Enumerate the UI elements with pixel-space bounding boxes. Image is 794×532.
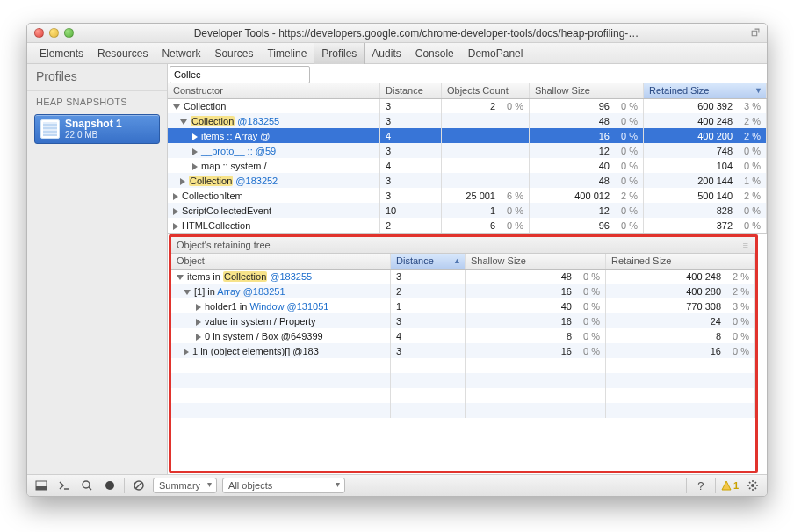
objects-cell	[442, 113, 530, 128]
retained-cell: 8280 %	[644, 203, 767, 218]
settings-gear-icon[interactable]	[744, 478, 762, 493]
distance-cell: 3	[391, 269, 466, 284]
shallow-cell: 80 %	[466, 328, 606, 343]
tab-network[interactable]: Network	[155, 43, 207, 64]
console-icon[interactable]	[55, 478, 73, 493]
table-row[interactable]: 0 in system / Box @649399480 %80 %	[171, 328, 755, 343]
popout-icon[interactable]	[750, 28, 760, 38]
class-filter-input[interactable]	[170, 66, 310, 83]
tab-timeline[interactable]: Timeline	[260, 43, 314, 64]
table-row[interactable]: value in system / Property3160 %240 %	[171, 313, 755, 328]
table-row[interactable]: HTMLCollection260 %960 %3720 %	[168, 218, 767, 233]
tab-resources[interactable]: Resources	[90, 43, 155, 64]
table-row[interactable]: __proto__ :: @593120 %7480 %	[168, 143, 767, 158]
object-cell: items in Collection @183255	[171, 269, 391, 284]
table-row	[171, 388, 755, 403]
shallow-cell: 160 %	[466, 313, 606, 328]
table-row	[171, 403, 755, 418]
distance-cell: 4	[391, 328, 466, 343]
snapshot-item[interactable]: Snapshot 1 22.0 MB	[34, 114, 160, 144]
objects-cell	[442, 173, 530, 188]
tab-demopanel[interactable]: DemoPanel	[461, 43, 531, 64]
table-row[interactable]: holder1 in Window @1310511400 %770 3083 …	[171, 298, 755, 313]
distance-cell: 10	[380, 203, 442, 218]
shallow-cell: 400 %	[530, 158, 644, 173]
main-pane: Constructor Distance Objects Count Shall…	[168, 64, 767, 474]
help-button[interactable]: ?	[692, 478, 710, 493]
tab-profiles[interactable]: Profiles	[314, 43, 365, 64]
view-select[interactable]: Summary	[153, 478, 217, 493]
objects-cell: 20 %	[442, 98, 530, 113]
retained-cell: 3720 %	[644, 218, 767, 233]
close-icon[interactable]	[34, 28, 44, 38]
col-objects[interactable]: Objects Count	[442, 83, 530, 98]
distance-cell: 3	[380, 143, 442, 158]
table-row[interactable]: Collection320 %960 %600 3923 %	[168, 98, 767, 113]
minimize-icon[interactable]	[49, 28, 59, 38]
table-row[interactable]: Collection @1832523480 %200 1441 %	[168, 173, 767, 188]
table-row[interactable]: CollectionItem325 0016 %400 0122 %500 14…	[168, 188, 767, 203]
shallow-cell: 960 %	[530, 98, 644, 113]
scope-select[interactable]: All objects	[222, 478, 345, 493]
table-row	[171, 358, 755, 373]
shallow-cell: 160 %	[466, 284, 606, 298]
svg-point-2	[83, 481, 90, 488]
record-icon[interactable]	[101, 478, 119, 493]
snapshot-icon	[40, 119, 60, 139]
snapshot-size: 22.0 MB	[65, 130, 122, 140]
constructor-cell: Collection	[168, 98, 380, 113]
col-retained[interactable]: Retained Size	[644, 83, 767, 98]
object-cell: 0 in system / Box @649399	[171, 328, 391, 343]
table-row[interactable]: [1] in Array @1832512160 %400 2802 %	[171, 284, 755, 298]
table-row[interactable]: items :: Array @4160 %400 2002 %	[168, 128, 767, 143]
snapshot-name: Snapshot 1	[65, 119, 122, 130]
objects-cell: 10 %	[442, 203, 530, 218]
tab-audits[interactable]: Audits	[365, 43, 408, 64]
distance-cell: 3	[380, 113, 442, 128]
retained-cell: 400 2002 %	[644, 128, 767, 143]
retaining-tree-pane: Object's retaining tree ≡ Object Distanc…	[169, 234, 758, 473]
warning-count[interactable]: 1	[721, 480, 739, 491]
distance-cell: 4	[380, 128, 442, 143]
retained-cell: 770 3083 %	[606, 298, 755, 313]
devtools-window: Developer Tools - https://developers.goo…	[26, 23, 768, 497]
clear-icon[interactable]	[130, 478, 148, 493]
search-icon[interactable]	[78, 478, 96, 493]
tab-elements[interactable]: Elements	[32, 43, 90, 64]
constructor-cell: CollectionItem	[168, 188, 380, 203]
rcol-object[interactable]: Object	[171, 254, 391, 269]
shallow-cell: 400 0122 %	[530, 188, 644, 203]
col-distance[interactable]: Distance	[380, 83, 442, 98]
table-row[interactable]: ScriptCollectedEvent1010 %120 %8280 %	[168, 203, 767, 218]
shallow-cell: 480 %	[466, 269, 606, 284]
rcol-shallow[interactable]: Shallow Size	[466, 254, 606, 269]
constructors-table: Constructor Distance Objects Count Shall…	[168, 83, 767, 234]
table-row	[171, 373, 755, 388]
table-row[interactable]: 1 in (object elements)[] @1833160 %160 %	[171, 343, 755, 358]
col-shallow[interactable]: Shallow Size	[530, 83, 644, 98]
divider	[715, 478, 716, 493]
objects-cell: 25 0016 %	[442, 188, 530, 203]
retained-cell: 600 3923 %	[644, 98, 767, 113]
table-row[interactable]: map :: system /4400 %1040 %	[168, 158, 767, 173]
zoom-icon[interactable]	[64, 28, 74, 38]
content-area: Profiles HEAP SNAPSHOTS Snapshot 1 22.0 …	[27, 64, 767, 474]
objects-cell	[442, 158, 530, 173]
statusbar: Summary All objects ? 1	[27, 474, 767, 496]
tab-sources[interactable]: Sources	[207, 43, 260, 64]
constructor-cell: ScriptCollectedEvent	[168, 203, 380, 218]
pane-grip-icon[interactable]: ≡	[743, 240, 750, 250]
table-row[interactable]: items in Collection @1832553480 %400 248…	[171, 269, 755, 284]
rcol-distance[interactable]: Distance	[391, 254, 466, 269]
retained-cell: 240 %	[606, 313, 755, 328]
rcol-retained[interactable]: Retained Size	[606, 254, 755, 269]
col-constructor[interactable]: Constructor	[168, 83, 380, 98]
distance-cell: 3	[380, 188, 442, 203]
table-row[interactable]: Collection @1832553480 %400 2482 %	[168, 113, 767, 128]
tab-console[interactable]: Console	[408, 43, 461, 64]
distance-cell: 3	[380, 98, 442, 113]
window-title: Developer Tools - https://developers.goo…	[83, 27, 750, 40]
shallow-cell: 120 %	[530, 203, 644, 218]
constructor-cell: __proto__ :: @59	[168, 143, 380, 158]
dock-icon[interactable]	[32, 478, 50, 493]
